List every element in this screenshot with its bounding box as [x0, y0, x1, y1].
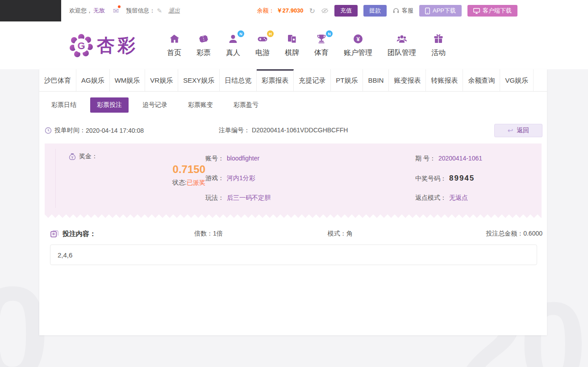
deposit-button[interactable]: 充值	[334, 5, 358, 17]
nav-live[interactable]: N 真人	[218, 33, 248, 58]
tab-account-change-report[interactable]: 账变报表	[389, 69, 426, 91]
multiple-label: 倍数：	[194, 230, 213, 237]
balance-label: 余额：	[257, 7, 275, 15]
subtab-lottery-account-change[interactable]: 彩票账变	[181, 97, 220, 113]
gift-icon	[433, 33, 444, 46]
account-value: bloodfighter	[227, 155, 259, 162]
tab-deposit-withdraw-records[interactable]: 充提记录	[294, 69, 331, 91]
phone-icon	[425, 8, 430, 14]
game-value: 河内1分彩	[227, 174, 255, 181]
tab-sexy[interactable]: SEXY娱乐	[178, 69, 220, 91]
winning-number-value: 89945	[449, 174, 475, 182]
tab-pt[interactable]: PT娱乐	[331, 69, 363, 91]
tab-daily-summary[interactable]: 日结总览	[220, 69, 257, 91]
reserved-info-label: 预留信息：	[126, 7, 155, 15]
panel-zigzag-edge	[45, 214, 542, 218]
balance-value: ￥27.9030	[277, 7, 304, 15]
trophy-icon	[316, 33, 327, 46]
tab-vr[interactable]: VR娱乐	[145, 69, 178, 91]
account-yuan-icon: ¥	[352, 33, 364, 46]
bet-content-label: 投注内容：	[63, 230, 96, 238]
subtab-lottery-profit[interactable]: 彩票盈亏	[227, 97, 265, 113]
bet-detail-panel: 账号：bloodfighter 期 号：20200414-1061 奖金： 0.…	[45, 143, 542, 214]
multiple-value: 1倍	[213, 230, 223, 237]
app-download-button[interactable]: APP下载	[419, 5, 462, 17]
bet-content-row: 投注内容： 倍数：1倍 模式：角 投注总金额：0.6000	[39, 218, 547, 238]
welcome-text: 欢迎您，	[69, 7, 92, 15]
period-value: 20200414-1061	[438, 155, 482, 162]
prize-value: 0.7150	[68, 163, 205, 176]
logout-link[interactable]: 退出	[168, 7, 180, 15]
bet-time-value: 2020-04-14 17:40:08	[86, 127, 144, 134]
subtab-lottery-bets[interactable]: 彩票投注	[90, 97, 129, 113]
customer-service-button[interactable]: 客服	[392, 7, 413, 15]
prize-label: 奖金：	[79, 152, 98, 160]
back-arrow-icon: ↩	[508, 127, 513, 135]
site-header: G 杏彩 首页 彩票 N 真人 H 电游	[0, 21, 588, 69]
rebate-mode-cell: 返点模式：无返点	[415, 194, 531, 202]
total-amount-value: 0.6000	[523, 230, 542, 237]
bet-time-label: 投单时间：	[54, 127, 86, 135]
total-amount-label: 投注总金额：	[486, 230, 523, 237]
status-badge: 已派奖	[187, 179, 205, 186]
subtab-lottery-daily[interactable]: 彩票日结	[45, 97, 83, 113]
unread-dot	[118, 5, 121, 8]
badge-new: N	[326, 30, 333, 37]
edit-icon[interactable]: ✎	[157, 7, 162, 14]
nav-activity[interactable]: 活动	[424, 33, 453, 58]
nav-chess[interactable]: 棋牌	[277, 33, 307, 58]
play-type-value: 后三一码不定胆	[227, 194, 271, 201]
mail-icon[interactable]: ✉	[113, 7, 119, 15]
nav-team-management[interactable]: 团队管理	[380, 33, 424, 58]
tab-vg[interactable]: VG娱乐	[500, 69, 534, 91]
svg-text:G: G	[77, 40, 85, 51]
subtab-chase-records[interactable]: 追号记录	[136, 97, 174, 113]
headset-icon	[392, 7, 400, 14]
team-icon	[396, 33, 408, 46]
mode-label: 模式：	[328, 230, 346, 237]
bet-content-icon	[50, 229, 59, 238]
gamepad-icon	[257, 33, 268, 46]
nav-home[interactable]: 首页	[159, 33, 189, 58]
home-icon	[168, 33, 180, 46]
refresh-balance-icon[interactable]: ↻	[309, 7, 315, 15]
tab-bbin[interactable]: BBIN	[363, 69, 389, 91]
logo[interactable]: G 杏彩	[69, 33, 138, 58]
logo-text: 杏彩	[97, 33, 138, 58]
tab-transfer-report[interactable]: 转账报表	[426, 69, 463, 91]
main-nav: 首页 彩票 N 真人 H 电游 棋牌 N	[159, 33, 453, 58]
withdraw-button[interactable]: 提款	[363, 5, 387, 17]
period-cell: 期 号：20200414-1061	[415, 155, 531, 163]
logo-flower-icon: G	[69, 34, 93, 58]
svg-text:¥: ¥	[356, 36, 360, 42]
nav-egames[interactable]: H 电游	[248, 33, 277, 58]
nav-account-management[interactable]: ¥ 账户管理	[336, 33, 380, 58]
username-link[interactable]: 无敌	[93, 7, 105, 15]
nav-lottery[interactable]: 彩票	[189, 33, 218, 58]
back-button[interactable]: ↩ 返回	[494, 124, 542, 137]
monitor-icon	[473, 8, 480, 14]
lottery-subtabs: 彩票日结 彩票投注 追号记录 彩票账变 彩票盈亏	[39, 92, 547, 118]
hide-balance-icon[interactable]	[321, 8, 329, 14]
winning-number-cell: 中奖号码：89945	[415, 174, 531, 183]
order-id-label: 注单编号：	[219, 127, 250, 134]
tab-balance-query[interactable]: 余额查询	[463, 69, 500, 91]
status-label: 状态:	[172, 179, 187, 186]
tab-lottery-report[interactable]: 彩票报表	[257, 69, 294, 91]
badge-hot: H	[267, 30, 274, 37]
game-cell: 游戏：河内1分彩	[205, 174, 415, 182]
tab-saba-sports[interactable]: 沙巴体育	[39, 69, 76, 91]
top-left-dark-block	[0, 0, 61, 21]
client-download-button[interactable]: 客户端下载	[467, 5, 517, 17]
account-cell: 账号：bloodfighter	[205, 155, 415, 163]
bet-numbers-box: 2,4,6	[50, 245, 537, 265]
tab-wm[interactable]: WM娱乐	[110, 69, 146, 91]
tab-ag[interactable]: AG娱乐	[76, 69, 110, 91]
play-type-cell: 玩法：后三一码不定胆	[205, 194, 415, 202]
order-id-value: D20200414-1061VDDCGHBCFFH	[252, 127, 348, 134]
lottery-ticket-icon	[198, 33, 209, 46]
chess-tiles-icon	[286, 33, 298, 46]
order-info-row: 投单时间： 2020-04-14 17:40:08 注单编号： D2020041…	[39, 118, 547, 143]
topbar: 欢迎您， 无敌 ✉ 预留信息： ✎ 退出 余额： ￥27.9030 ↻ 充值 提…	[0, 0, 588, 21]
nav-sports[interactable]: N 体育	[307, 33, 336, 58]
